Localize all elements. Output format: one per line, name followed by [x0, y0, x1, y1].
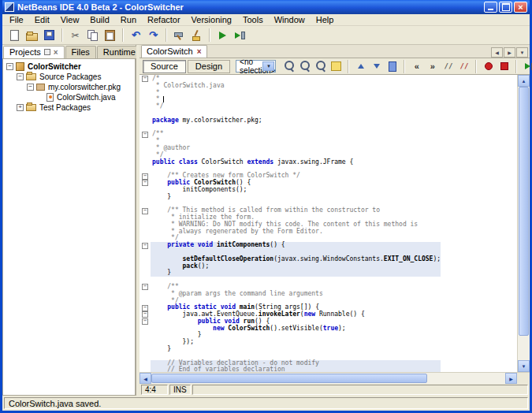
title-bar[interactable]: NetBeans IDE 4.0 Beta 2 - ColorSwitcher [2, 0, 530, 14]
start-macro-icon[interactable] [481, 60, 496, 73]
hscroll-track[interactable] [151, 373, 505, 384]
pin-icon[interactable] [44, 49, 50, 55]
collapse-icon[interactable]: − [6, 63, 13, 70]
scroll-right-icon[interactable] [505, 373, 517, 384]
run-project-icon[interactable] [214, 28, 231, 43]
find-next-icon[interactable] [297, 60, 312, 73]
fold-toggle-icon[interactable]: − [140, 242, 151, 249]
previous-bookmark-icon[interactable] [353, 60, 368, 73]
toggle-highlight-icon[interactable] [329, 60, 344, 73]
tab-runtime[interactable]: Runtime [97, 46, 142, 58]
menu-file[interactable]: File [4, 14, 29, 25]
debug-project-icon[interactable] [232, 28, 248, 43]
scroll-tabs-right-icon[interactable] [504, 47, 515, 58]
code-line[interactable]: } [140, 194, 517, 201]
redo-icon[interactable] [145, 28, 162, 43]
editor-tab-colorswitch[interactable]: ColorSwitch [141, 45, 207, 58]
shift-right-icon[interactable] [425, 60, 440, 73]
tree-node-colorswitch-java[interactable]: ColorSwitch.java [3, 92, 135, 102]
source-view-button[interactable]: Source [143, 60, 186, 73]
fold-toggle-icon[interactable]: − [140, 284, 151, 291]
menu-help[interactable]: Help [311, 14, 340, 25]
uncomment-icon[interactable] [456, 60, 471, 73]
code-line[interactable]: } [140, 332, 517, 339]
cut-icon[interactable] [67, 28, 84, 43]
menu-versioning[interactable]: Versioning [186, 14, 237, 25]
tab-files[interactable]: Files [65, 46, 96, 58]
fold-toggle-icon[interactable]: − [140, 180, 151, 187]
tree-node-source-packages[interactable]: −Source Packages [3, 72, 135, 82]
scroll-left-icon[interactable] [140, 373, 151, 384]
open-project-icon[interactable] [24, 28, 40, 43]
tree-node-test-packages[interactable]: +Test Packages [3, 102, 135, 113]
code-line[interactable]: * always regenerated by the Form Editor. [140, 229, 517, 236]
code-lines[interactable]: −/* * ColorSwitch.java * * */package my.… [140, 75, 517, 372]
menu-edit[interactable]: Edit [29, 14, 55, 25]
collapse-icon[interactable]: − [17, 73, 24, 80]
fold-toggle-icon[interactable]: − [140, 131, 151, 138]
close-tab-icon[interactable] [197, 47, 202, 56]
run-to-cursor-icon[interactable] [521, 60, 532, 73]
clean-build-icon[interactable] [188, 28, 205, 43]
code-line[interactable]: public class ColorSwitch extends javax.s… [140, 159, 517, 166]
build-project-icon[interactable] [171, 28, 188, 43]
paste-icon[interactable] [102, 28, 118, 43]
design-view-button[interactable]: Design [188, 60, 230, 73]
close-button[interactable] [514, 2, 527, 13]
code-line[interactable] [140, 125, 517, 132]
stop-macro-icon[interactable] [497, 60, 512, 73]
tab-projects[interactable]: Projects [3, 46, 65, 58]
close-panel-icon[interactable] [54, 47, 58, 57]
component-selection-combo[interactable]: <no selection> [236, 60, 276, 73]
code-line[interactable]: }); [140, 339, 517, 346]
scroll-down-icon[interactable] [518, 360, 530, 372]
scroll-up-icon[interactable] [518, 75, 530, 87]
tree-node-colorswitcher[interactable]: −ColorSwitcher [3, 61, 135, 72]
undo-icon[interactable] [128, 28, 144, 43]
menu-window[interactable]: Window [269, 14, 311, 25]
code-line[interactable]: * @param args the command line arguments [140, 291, 517, 298]
shift-left-icon[interactable] [409, 60, 424, 73]
fold-toggle-icon[interactable]: − [140, 207, 151, 214]
code-line[interactable] [140, 277, 517, 284]
tree-node-my-colorswitcher-pkg[interactable]: −my.colorswitcher.pkg [3, 82, 135, 92]
code-line[interactable]: initComponents(); [140, 187, 517, 194]
scroll-tabs-left-icon[interactable] [491, 47, 503, 58]
next-bookmark-icon[interactable] [369, 60, 384, 73]
tab-list-icon[interactable] [516, 47, 528, 58]
code-line[interactable]: * @author [140, 145, 517, 152]
vscroll-track[interactable] [518, 87, 530, 360]
code-line[interactable]: − private void initComponents() { [140, 242, 517, 249]
editor-hscrollbar[interactable] [140, 372, 530, 384]
code-line[interactable]: } [140, 270, 517, 277]
fold-toggle-icon[interactable]: − [140, 76, 151, 83]
menu-view[interactable]: View [55, 14, 85, 25]
comment-icon[interactable] [441, 60, 456, 73]
save-all-icon[interactable] [41, 28, 58, 43]
expand-icon[interactable]: + [17, 104, 24, 111]
hscroll-thumb[interactable] [151, 374, 427, 383]
new-file-icon[interactable] [6, 28, 23, 43]
code-line[interactable]: * [140, 90, 517, 97]
maximize-button[interactable] [499, 2, 512, 13]
find-previous-icon[interactable] [313, 60, 328, 73]
code-line[interactable]: * [140, 96, 517, 103]
toggle-bookmark-icon[interactable] [385, 60, 400, 73]
menu-run[interactable]: Run [115, 14, 142, 25]
find-selection-icon[interactable] [281, 60, 296, 73]
menu-refactor[interactable]: Refactor [142, 14, 186, 25]
code-line[interactable]: −/** [140, 131, 517, 138]
code-line[interactable]: * [140, 138, 517, 145]
menu-build[interactable]: Build [84, 14, 114, 25]
code-line[interactable]: } [140, 346, 517, 353]
code-line[interactable]: * ColorSwitch.java [140, 83, 517, 90]
code-line[interactable]: pack(); [140, 263, 517, 270]
fold-toggle-icon[interactable]: − [140, 318, 151, 326]
collapse-icon[interactable]: − [27, 84, 34, 91]
code-line[interactable]: package my.colorswitcher.pkg; [140, 117, 517, 125]
editor-vscrollbar[interactable] [517, 75, 530, 372]
minimize-button[interactable] [484, 2, 497, 13]
vscroll-thumb[interactable] [519, 87, 529, 336]
code-line[interactable]: */ [140, 103, 517, 110]
menu-tools[interactable]: Tools [237, 14, 269, 25]
